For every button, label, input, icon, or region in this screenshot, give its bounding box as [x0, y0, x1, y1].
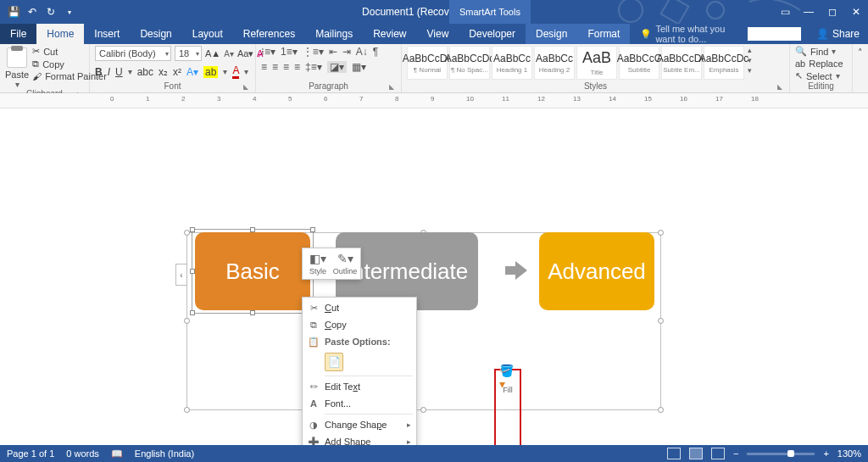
tab-layout[interactable]: Layout [182, 24, 233, 44]
print-layout-icon[interactable] [689, 448, 703, 459]
menu-copy[interactable]: ⧉Copy [303, 316, 416, 333]
status-words[interactable]: 0 words [66, 448, 99, 459]
collapse-ribbon-icon[interactable]: ˄ [853, 44, 868, 92]
tell-me-search[interactable]: 💡Tell me what you want to do... [630, 24, 747, 44]
multilevel-icon[interactable]: ⋮≡▾ [303, 46, 324, 58]
read-mode-icon[interactable] [667, 448, 681, 459]
spellcheck-icon[interactable]: 📖 [111, 448, 123, 459]
find-button[interactable]: 🔍Find▾ [795, 46, 836, 57]
bold-button[interactable]: B [95, 66, 103, 78]
zoom-in-icon[interactable]: + [823, 448, 828, 459]
group-label-paragraph: Paragraph [309, 81, 348, 91]
change-case-icon[interactable]: Aa▾ [237, 48, 253, 59]
paste-button[interactable]: Paste [5, 70, 29, 80]
style-heading-2[interactable]: AaBbCcHeading 2 [534, 46, 575, 80]
tab-review[interactable]: Review [363, 24, 416, 44]
font-color-icon[interactable]: A [232, 64, 239, 79]
paste-dropdown-icon[interactable]: ▾ [15, 80, 19, 89]
menu-add-shape[interactable]: ➕Add Shape▸ [303, 433, 416, 445]
zoom-slider[interactable] [747, 453, 815, 455]
justify-icon[interactable]: ≡ [294, 61, 300, 73]
shape-advanced[interactable]: Advanced [539, 232, 654, 310]
menu-cut[interactable]: ✂Cut [303, 299, 416, 316]
menu-font[interactable]: AFont... [303, 395, 416, 412]
close-icon[interactable]: ✕ [844, 0, 868, 24]
tab-smartart-format[interactable]: Format [577, 24, 630, 44]
line-spacing-icon[interactable]: ‡≡▾ [305, 61, 322, 73]
strike-button[interactable]: abc [137, 66, 153, 78]
font-launcher-icon[interactable]: ◣ [243, 83, 248, 91]
style-subtitle[interactable]: AaBbCcCSubtitle [619, 46, 659, 80]
styles-more-icon[interactable]: ▴▾▾ [748, 46, 760, 75]
paste-icon[interactable] [7, 47, 27, 68]
horizontal-ruler[interactable]: 0123456789101112131415161718 [0, 93, 868, 109]
redo-icon[interactable]: ↻ [42, 3, 59, 20]
menu-edit-text[interactable]: ✏Edit Text [303, 378, 416, 395]
style-heading-1[interactable]: AaBbCcHeading 1 [492, 46, 532, 80]
indent-icon[interactable]: ⇥ [342, 46, 351, 58]
superscript-button[interactable]: x² [173, 66, 181, 78]
tab-developer[interactable]: Developer [459, 24, 526, 44]
style--no-spac-[interactable]: AaBbCcDc¶ No Spac... [449, 46, 490, 80]
styles-launcher-icon[interactable]: ◣ [777, 83, 782, 91]
ribbon-options-icon[interactable]: ▭ [773, 0, 797, 24]
mini-style-button[interactable]: ◧▾ Style [304, 250, 331, 277]
tab-insert[interactable]: Insert [84, 24, 130, 44]
mini-outline-button[interactable]: ✎▾ Outline [331, 250, 359, 277]
text-pane-toggle[interactable]: ‹ [175, 264, 187, 286]
borders-icon[interactable]: ▦▾ [352, 61, 366, 73]
paste-keep-source-icon[interactable]: 📄 [325, 353, 343, 371]
align-right-icon[interactable]: ≡ [283, 61, 289, 73]
font-size-combo[interactable]: 18 [175, 46, 202, 61]
clipboard-icon: 📋 [307, 337, 320, 348]
save-icon[interactable]: 💾 [5, 3, 22, 20]
underline-button[interactable]: U [115, 66, 123, 78]
tab-design[interactable]: Design [130, 24, 181, 44]
show-marks-icon[interactable]: ¶ [373, 46, 378, 58]
qat-dropdown-icon[interactable]: ▾ [61, 3, 78, 20]
tab-view[interactable]: View [417, 24, 459, 44]
align-left-icon[interactable]: ≡ [261, 61, 267, 73]
window-title: Document1 (Recovered) - Word [0, 6, 868, 18]
tab-smartart-design[interactable]: Design [526, 24, 577, 44]
shading-icon[interactable]: ◪▾ [327, 61, 347, 73]
minimize-icon[interactable]: — [797, 0, 821, 24]
grow-font-icon[interactable]: A▲ [205, 48, 220, 58]
style-title[interactable]: AaBTitle [576, 46, 617, 80]
status-page[interactable]: Page 1 of 1 [7, 448, 54, 459]
share-button[interactable]: 👤Share [808, 24, 868, 44]
bullets-icon[interactable]: ⁝≡▾ [261, 46, 275, 58]
italic-button[interactable]: I [108, 66, 110, 78]
highlight-icon[interactable]: ab [203, 66, 218, 78]
align-center-icon[interactable]: ≡ [272, 61, 278, 73]
mini-fill-button[interactable]: 🪣▾ Fill [494, 369, 521, 445]
help-search-input[interactable] [748, 27, 801, 41]
sort-icon[interactable]: A↓ [356, 46, 368, 58]
svg-point-0 [619, 0, 643, 22]
outdent-icon[interactable]: ⇤ [329, 46, 337, 58]
replace-button[interactable]: abReplace [795, 58, 843, 69]
numbering-icon[interactable]: 1≡▾ [281, 46, 298, 58]
tab-file[interactable]: File [0, 24, 36, 44]
tab-mailings[interactable]: Mailings [305, 24, 363, 44]
tab-references[interactable]: References [233, 24, 305, 44]
font-a-icon: A [307, 398, 320, 409]
shrink-font-icon[interactable]: A▾ [224, 49, 234, 58]
paragraph-launcher-icon[interactable]: ◣ [389, 83, 394, 91]
style-subtle-em-[interactable]: AaBbCcDcSubtle Em... [661, 46, 702, 80]
subscript-button[interactable]: x₂ [159, 66, 168, 78]
menu-change-shape[interactable]: ◑Change Shape▸ [303, 416, 416, 433]
style-emphasis[interactable]: AaBbCcDcEmphasis [704, 46, 744, 80]
zoom-out-icon[interactable]: − [733, 448, 738, 459]
tab-home[interactable]: Home [36, 24, 84, 44]
style--normal[interactable]: AaBbCcDc¶ Normal [407, 46, 448, 80]
document-canvas[interactable]: ‹ Basic Intermediate Advanced ◧▾ Style 🪣… [0, 109, 868, 445]
select-button[interactable]: ↖Select▾ [795, 70, 840, 81]
maximize-icon[interactable]: ◻ [821, 0, 844, 24]
text-effects-icon[interactable]: A▾ [186, 66, 198, 78]
zoom-level[interactable]: 130% [837, 448, 861, 459]
undo-icon[interactable]: ↶ [24, 3, 41, 20]
font-name-combo[interactable]: Calibri (Body) [95, 46, 171, 61]
status-language[interactable]: English (India) [135, 448, 194, 459]
web-layout-icon[interactable] [711, 448, 725, 459]
